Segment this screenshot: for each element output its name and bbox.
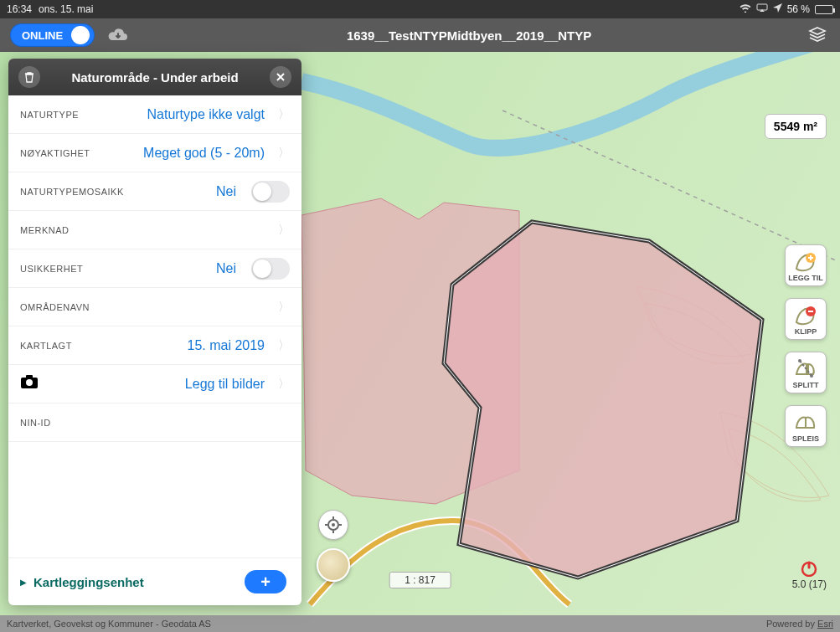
area-badge: 5549 m² — [765, 114, 827, 139]
status-bar: 16:34 ons. 15. mai 56 % — [0, 0, 840, 18]
feature-panel: Naturområde - Under arbeid NATURTYPE Nat… — [8, 59, 301, 605]
row-omradenavn[interactable]: OMRÅDENAVN 〉 — [8, 288, 301, 326]
row-kartlagt[interactable]: KARTLAGT 15. mai 2019 〉 — [8, 326, 301, 365]
row-noyaktighet[interactable]: NØYAKTIGHET Meget god (5 - 20m) 〉 — [8, 134, 301, 172]
row-bilder[interactable]: Legg til bilder 〉 — [8, 365, 301, 403]
attribution-bar: Kartverket, Geovekst og Kommuner - Geoda… — [0, 615, 840, 632]
panel-header: Naturområde - Under arbeid — [8, 59, 301, 95]
svg-point-5 — [810, 374, 813, 378]
app-title: 1639__TestNTYPMidtbyen__2019__NTYP — [142, 28, 796, 43]
row-merknad[interactable]: MERKNAD 〉 — [8, 211, 301, 249]
tool-spleis[interactable]: SPLEIS — [785, 405, 827, 447]
svg-rect-10 — [26, 375, 33, 378]
expand-triangle-icon: ▶ — [20, 578, 27, 587]
chevron-right-icon: 〉 — [278, 300, 290, 315]
map-tools-column: LEGG TIL KLIPP SPLITT SPLEIS — [785, 244, 827, 447]
battery-icon — [815, 5, 833, 14]
chevron-right-icon: 〉 — [278, 107, 290, 122]
gps-accuracy: 5.0 (17) — [792, 560, 827, 590]
layers-button[interactable] — [805, 23, 830, 48]
svg-rect-0 — [757, 4, 767, 10]
row-mosaikk[interactable]: NATURTYPEMOSAIKK Nei — [8, 172, 301, 211]
esri-link[interactable]: Esri — [817, 619, 833, 629]
attribution-left: Kartverket, Geovekst og Kommuner - Geoda… — [7, 619, 211, 629]
tool-legg-til[interactable]: LEGG TIL — [785, 244, 827, 286]
chevron-right-icon: 〉 — [278, 146, 290, 161]
camera-icon — [20, 374, 39, 393]
svg-rect-3 — [808, 311, 813, 312]
scale-bar: 1 : 817 — [389, 572, 451, 588]
panel-title: Naturområde - Under arbeid — [49, 70, 261, 85]
chevron-right-icon: 〉 — [278, 377, 290, 392]
location-icon — [773, 3, 782, 15]
status-time: 16:34 — [7, 3, 32, 15]
online-toggle[interactable]: ONLINE — [10, 23, 95, 47]
panel-rows: NATURTYPE Naturtype ikke valgt 〉 NØYAKTI… — [8, 95, 301, 557]
row-naturtype[interactable]: NATURTYPE Naturtype ikke valgt 〉 — [8, 95, 301, 134]
close-icon — [276, 72, 286, 82]
add-kartleggingsenhet-button[interactable]: + — [245, 570, 286, 593]
attribution-right: Powered by Esri — [766, 619, 833, 629]
usikkerhet-toggle[interactable] — [251, 258, 290, 280]
chevron-right-icon: 〉 — [278, 338, 290, 353]
close-button[interactable] — [270, 66, 291, 88]
cloud-download-button[interactable] — [103, 23, 133, 48]
tool-klipp[interactable]: KLIPP — [785, 298, 827, 340]
battery-pct: 56 % — [787, 3, 810, 15]
svg-point-11 — [26, 379, 33, 386]
basemap-thumbnail[interactable] — [317, 548, 350, 582]
online-knob — [71, 26, 90, 44]
mosaikk-toggle[interactable] — [251, 181, 290, 203]
wifi-icon — [740, 3, 751, 15]
svg-point-7 — [332, 523, 335, 527]
locate-button[interactable] — [318, 510, 348, 540]
row-usikkerhet[interactable]: USIKKERHET Nei — [8, 249, 301, 288]
delete-button[interactable] — [18, 66, 40, 88]
chevron-right-icon: 〉 — [278, 223, 290, 238]
tool-splitt[interactable]: SPLITT — [785, 352, 827, 393]
gps-accuracy-icon — [800, 560, 818, 577]
trash-icon — [23, 71, 35, 83]
row-ninid: NIN-ID — [8, 403, 301, 442]
app-toolbar: ONLINE 1639__TestNTYPMidtbyen__2019__NTY… — [0, 18, 840, 52]
svg-point-4 — [798, 359, 801, 362]
online-label: ONLINE — [22, 29, 63, 42]
status-date: ons. 15. mai — [39, 3, 93, 15]
airplay-icon — [756, 3, 768, 15]
kartleggingsenhet-section[interactable]: ▶ Kartleggingsenhet + — [8, 557, 301, 605]
